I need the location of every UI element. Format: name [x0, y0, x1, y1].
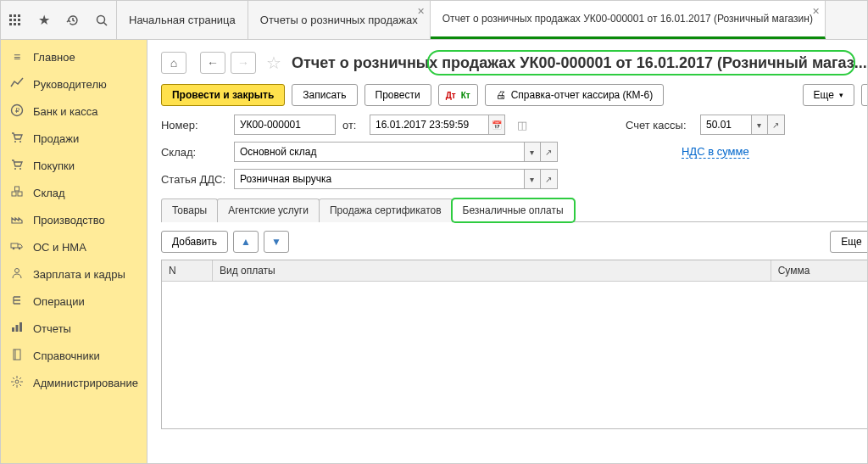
- dt-kt-button[interactable]: ДтКт: [438, 84, 478, 106]
- date-input[interactable]: [370, 115, 488, 135]
- close-icon[interactable]: ✕: [417, 6, 425, 17]
- sidebar-item-production[interactable]: Производство: [1, 206, 147, 233]
- main: ≡Главное Руководителю ₽Банк и касса Прод…: [1, 40, 867, 464]
- tab-certificates[interactable]: Продажа сертификатов: [319, 198, 453, 222]
- svg-line-10: [104, 22, 108, 25]
- calendar-icon[interactable]: 📅: [488, 115, 505, 135]
- open-icon[interactable]: ↗: [541, 142, 558, 162]
- page-title: Отчет о розничных продажах УК00-000001 о…: [292, 54, 867, 72]
- sidebar-item-os[interactable]: ОС и НМА: [1, 233, 147, 260]
- sidebar-label: Администрирование: [33, 377, 138, 389]
- button-label: Справка-отчет кассира (КМ-6): [511, 89, 654, 101]
- col-number[interactable]: N: [162, 260, 213, 281]
- sidebar-item-operations[interactable]: Операции: [1, 288, 147, 315]
- sidebar-item-reports[interactable]: Отчеты: [1, 315, 147, 342]
- open-icon[interactable]: ↗: [768, 115, 785, 135]
- sidebar-label: Главное: [33, 51, 75, 64]
- post-close-button[interactable]: Провести и закрыть: [161, 84, 285, 106]
- move-up-button[interactable]: ▲: [233, 231, 259, 253]
- vat-link[interactable]: НДС в сумме: [682, 145, 749, 159]
- svg-rect-1: [14, 14, 16, 17]
- warehouse-input[interactable]: [234, 142, 524, 162]
- sidebar-label: Операции: [33, 295, 85, 308]
- help-button[interactable]: ?: [861, 84, 868, 106]
- back-button[interactable]: ←: [200, 52, 225, 74]
- title-row: ⌂ ← → ☆ Отчет о розничных продажах УК00-…: [161, 52, 868, 74]
- top-bar: ★ Начальная страница Отчеты о розничных …: [1, 1, 867, 40]
- truck-icon: [9, 239, 25, 255]
- sidebar-label: Отчеты: [33, 322, 71, 335]
- add-button[interactable]: Добавить: [161, 231, 228, 253]
- form-row-warehouse: Склад: ▾ ↗ НДС в сумме: [161, 142, 868, 162]
- arrow-down-icon: ▼: [271, 236, 281, 248]
- sidebar-item-admin[interactable]: Администрирование: [1, 369, 147, 396]
- col-sum[interactable]: Сумма: [771, 260, 868, 281]
- account-input[interactable]: [700, 115, 751, 135]
- cashier-report-button[interactable]: 🖨Справка-отчет кассира (КМ-6): [485, 84, 665, 106]
- sidebar-item-catalogs[interactable]: Справочники: [1, 342, 147, 369]
- form-row-number: Номер: от: 📅 ◫ Счет кассы: ▾ ↗: [161, 115, 868, 135]
- history-icon[interactable]: [58, 1, 87, 40]
- top-icon-strip: ★: [1, 1, 117, 39]
- boxes-icon: [9, 185, 25, 201]
- home-button[interactable]: ⌂: [161, 52, 186, 74]
- cart-icon: [9, 158, 25, 174]
- sidebar-label: Банк и касса: [33, 105, 98, 118]
- svg-point-22: [19, 247, 21, 249]
- tab-agent[interactable]: Агентские услуги: [217, 198, 320, 222]
- person-icon: [9, 266, 25, 282]
- gear-icon: [9, 375, 25, 391]
- table-header: N Вид оплаты Сумма: [162, 260, 868, 282]
- tab-document[interactable]: Отчет о розничных продажах УК00-000001 о…: [431, 1, 826, 39]
- sidebar-item-manager[interactable]: Руководителю: [1, 70, 147, 98]
- svg-point-15: [14, 168, 16, 170]
- chevron-down-icon: ▾: [839, 91, 843, 99]
- content: ⌂ ← → ☆ Отчет о розничных продажах УК00-…: [147, 40, 868, 464]
- dds-input[interactable]: [234, 169, 524, 189]
- sidebar-item-main[interactable]: ≡Главное: [1, 43, 147, 70]
- search-icon[interactable]: [87, 1, 116, 40]
- sidebar-item-salary[interactable]: Зарплата и кадры: [1, 260, 147, 288]
- book-icon: [9, 348, 25, 364]
- open-icon[interactable]: ↗: [541, 169, 558, 189]
- tab-noncash[interactable]: Безналичные оплаты: [452, 198, 575, 222]
- close-icon[interactable]: ✕: [812, 6, 820, 17]
- more-button[interactable]: Еще ▾: [803, 84, 854, 106]
- chevron-down-icon[interactable]: ▾: [751, 115, 768, 135]
- favorite-icon[interactable]: ☆: [266, 53, 281, 73]
- chevron-down-icon[interactable]: ▾: [524, 142, 541, 162]
- payments-table[interactable]: N Вид оплаты Сумма: [161, 260, 868, 429]
- sidebar-label: Покупки: [33, 159, 75, 172]
- tab-home[interactable]: Начальная страница: [117, 1, 248, 39]
- sidebar-item-bank[interactable]: ₽Банк и касса: [1, 98, 147, 125]
- sidebar-label: Продажи: [33, 132, 79, 145]
- number-input[interactable]: [234, 115, 336, 135]
- post-button[interactable]: Провести: [364, 84, 431, 106]
- save-button[interactable]: Записать: [292, 84, 357, 106]
- chevron-down-icon[interactable]: ▾: [524, 169, 541, 189]
- svg-text:₽: ₽: [15, 107, 19, 115]
- button-label: Еще: [841, 236, 861, 248]
- sidebar-item-purchases[interactable]: Покупки: [1, 152, 147, 179]
- posted-icon: ◫: [517, 119, 527, 131]
- col-payment-type[interactable]: Вид оплаты: [213, 260, 771, 281]
- sidebar-label: Зарплата и кадры: [33, 268, 125, 281]
- table-more-button[interactable]: Еще ▾: [830, 231, 868, 253]
- star-icon[interactable]: ★: [30, 1, 58, 40]
- sidebar-item-sales[interactable]: Продажи: [1, 125, 147, 152]
- tab-goods[interactable]: Товары: [161, 198, 218, 222]
- tab-reports[interactable]: Отчеты о розничных продажах✕: [248, 1, 431, 39]
- apps-icon[interactable]: [1, 1, 30, 40]
- table-toolbar: Добавить ▲ ▼ Еще ▾: [161, 231, 868, 253]
- sidebar-label: Склад: [33, 187, 65, 199]
- sidebar-item-warehouse[interactable]: Склад: [1, 179, 147, 206]
- toolbar: Провести и закрыть Записать Провести ДтК…: [161, 84, 868, 106]
- dds-field: ▾ ↗: [234, 169, 558, 189]
- svg-rect-27: [14, 349, 20, 360]
- forward-button[interactable]: →: [231, 52, 256, 74]
- account-label: Счет кассы:: [626, 119, 693, 131]
- svg-rect-5: [18, 19, 20, 21]
- svg-rect-7: [14, 23, 16, 25]
- arrow-up-icon: ▲: [241, 236, 251, 248]
- move-down-button[interactable]: ▼: [264, 231, 289, 253]
